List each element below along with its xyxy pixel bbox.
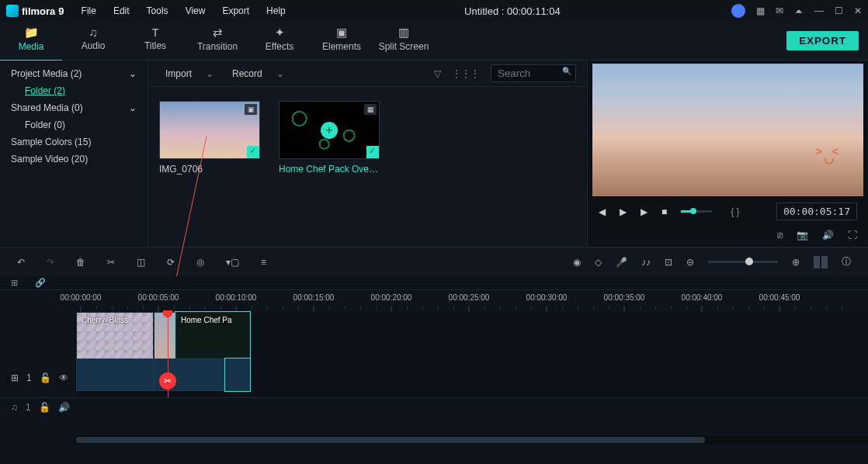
fit-icon[interactable]: ⊡ — [665, 257, 672, 268]
logo-icon — [6, 5, 19, 17]
menu-export[interactable]: Export — [214, 2, 257, 19]
media-thumb[interactable]: ▦+Home Chef Pack Overl… — [279, 101, 380, 175]
track-height-icon[interactable] — [814, 256, 828, 268]
thumb-label: IMG_0706 — [159, 164, 260, 175]
import-dropdown[interactable]: Import — [159, 65, 220, 82]
stop-icon[interactable]: ■ — [661, 206, 667, 217]
green-screen-icon[interactable]: ▾▢ — [226, 257, 239, 268]
timeline-scrollbar[interactable] — [75, 436, 868, 444]
voiceover-icon[interactable]: 🎤 — [616, 257, 627, 268]
play-icon[interactable]: ▶ — [620, 206, 627, 217]
timeline: ⊞ 🔗 00:00:00:0000:00:05:0000:00:10:0000:… — [0, 276, 868, 462]
filter-icon[interactable]: ▽ — [434, 68, 441, 79]
audio-track-head: ♫1 🔓 🔊 — [0, 397, 868, 416]
preview-timecode[interactable]: 00:00:05:17 — [776, 203, 857, 220]
module-tabs: 📁Media♫AudioTTitles⇄Transition✦Effects▣E… — [0, 22, 868, 61]
sidebar-item[interactable]: Sample Video (20) — [0, 151, 148, 168]
sidebar-item[interactable]: Sample Colors (15) — [0, 133, 148, 151]
mail-icon[interactable]: ✉ — [776, 5, 783, 16]
tab-media[interactable]: 📁Media — [0, 21, 62, 61]
menu-edit[interactable]: Edit — [106, 2, 137, 19]
ruler-tick: 00:00:40:00 — [682, 293, 723, 302]
tab-icon: T — [124, 26, 186, 39]
render-icon[interactable]: ◉ — [573, 257, 581, 268]
tab-split-screen[interactable]: ▥Split Screen — [373, 21, 435, 61]
redo-icon[interactable]: ↷ — [47, 257, 54, 268]
add-icon[interactable]: + — [321, 122, 338, 139]
ruler-tick: 00:00:20:00 — [371, 293, 412, 302]
timeline-clip[interactable] — [154, 312, 175, 358]
app-logo: filmora9 — [6, 5, 64, 17]
tab-icon: ✦ — [248, 26, 311, 40]
marker-icon[interactable]: ◇ — [595, 257, 602, 268]
audio-mute-icon[interactable]: 🔊 — [58, 402, 70, 413]
tab-transition[interactable]: ⇄Transition — [186, 21, 248, 61]
speed-icon[interactable]: ⟳ — [167, 257, 175, 268]
zoom-slider[interactable] — [708, 261, 778, 263]
mixer-icon[interactable]: ♪♪ — [641, 257, 651, 268]
fullscreen-icon[interactable]: ⛶ — [848, 230, 857, 241]
track-body[interactable]: ✂ Cherry_BlossHome Chef Pa — [75, 312, 868, 397]
app-version: 9 — [58, 5, 64, 17]
minimize-icon[interactable]: — — [814, 5, 824, 16]
tab-audio[interactable]: ♫Audio — [62, 21, 124, 61]
overlay-graphic-mouth — [825, 158, 834, 164]
sidebar-item[interactable]: Project Media (2)⌄ — [0, 65, 148, 82]
grid-view-icon[interactable]: ⋮⋮⋮ — [452, 68, 480, 79]
zoom-out-icon[interactable]: ⊖ — [686, 257, 694, 268]
thumb-label: Home Chef Pack Overl… — [279, 164, 380, 175]
visibility-icon[interactable]: 👁 — [59, 372, 68, 383]
quality-icon[interactable]: ⎚ — [777, 230, 783, 241]
help-icon[interactable]: ⓘ — [842, 255, 851, 268]
mic-icon[interactable]: ⏶ — [794, 5, 804, 16]
audio-track-icon: ♫ — [11, 402, 18, 413]
split-icon[interactable]: ✂ — [107, 257, 115, 268]
clip-audio-lane[interactable] — [225, 358, 250, 391]
tab-elements[interactable]: ▣Elements — [311, 21, 373, 61]
adjust-icon[interactable]: ≡ — [261, 257, 266, 268]
gallery-icon[interactable]: ▦ — [756, 5, 765, 16]
sidebar-item[interactable]: Folder (2) — [0, 82, 148, 99]
undo-icon[interactable]: ↶ — [17, 257, 25, 268]
user-avatar-icon[interactable] — [731, 4, 745, 18]
sidebar-item[interactable]: Shared Media (0)⌄ — [0, 99, 148, 116]
mute-icon[interactable]: 🔊 — [822, 230, 834, 241]
zoom-in-icon[interactable]: ⊕ — [792, 257, 800, 268]
main-menu: FileEditToolsViewExportHelp — [74, 2, 293, 19]
maximize-icon[interactable]: ☐ — [835, 5, 843, 16]
next-frame-icon[interactable]: ▶ — [641, 206, 648, 217]
snapshot-icon[interactable]: 📷 — [797, 230, 808, 241]
clip-audio-lane[interactable] — [76, 358, 154, 391]
volume-slider[interactable] — [681, 210, 712, 213]
playhead[interactable]: ✂ — [168, 312, 168, 397]
audio-lock-icon[interactable]: 🔓 — [39, 402, 50, 413]
media-thumb[interactable]: ▣IMG_0706 — [159, 101, 260, 175]
export-button[interactable]: EXPORT — [786, 31, 859, 50]
delete-icon[interactable]: 🗑 — [76, 257, 85, 268]
timeline-ruler[interactable]: 00:00:00:0000:00:05:0000:00:10:0000:00:1… — [75, 290, 868, 312]
app-name: filmora — [22, 5, 55, 17]
menu-help[interactable]: Help — [259, 2, 293, 19]
sidebar-item[interactable]: Folder (0) — [0, 116, 148, 133]
menu-view[interactable]: View — [178, 2, 214, 19]
menu-file[interactable]: File — [74, 2, 104, 19]
tab-effects[interactable]: ✦Effects — [248, 21, 311, 61]
document-title: Untitled : 00:00:11:04 — [293, 5, 731, 17]
lock-icon[interactable]: 🔓 — [40, 372, 51, 383]
timeline-clip[interactable]: Home Chef Pa — [175, 312, 250, 358]
search-input[interactable] — [491, 64, 576, 82]
timeline-clip[interactable]: Cherry_Bloss — [76, 312, 154, 358]
clip-label: Home Chef Pa — [181, 316, 232, 324]
close-icon[interactable]: ✕ — [854, 5, 862, 16]
prev-frame-icon[interactable]: ◀ — [599, 206, 606, 217]
cut-badge-icon[interactable]: ✂ — [159, 372, 176, 390]
color-icon[interactable]: ◎ — [196, 257, 204, 268]
link-icon[interactable]: 🔗 — [35, 278, 46, 288]
manage-tracks-icon[interactable]: ⊞ — [11, 278, 18, 288]
tab-titles[interactable]: TTitles — [124, 21, 186, 61]
crop-icon[interactable]: ◫ — [137, 257, 145, 268]
clip-label: Cherry_Bloss — [82, 316, 128, 324]
record-dropdown[interactable]: Record — [226, 65, 290, 82]
preview-viewport[interactable]: > < — [592, 64, 863, 196]
menu-tools[interactable]: Tools — [139, 2, 176, 19]
